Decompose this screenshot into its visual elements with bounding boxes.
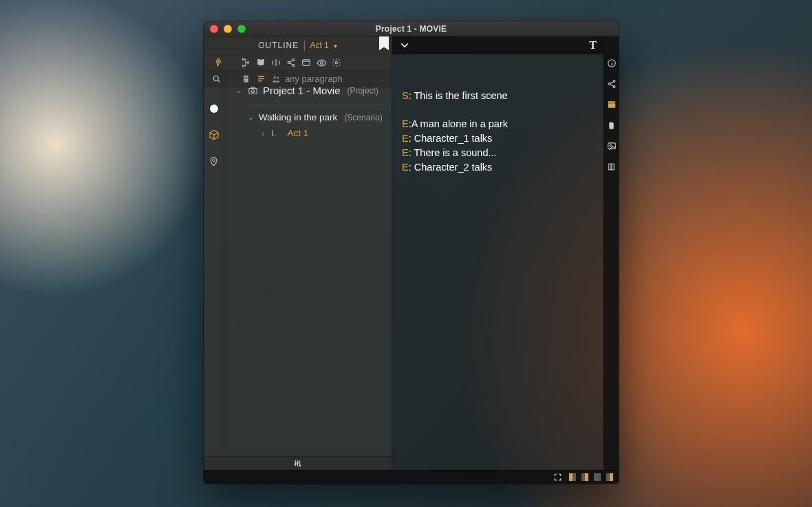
scenario-kind: (Scenario) <box>344 113 382 122</box>
project-title: Project 1 - Movie <box>263 85 341 96</box>
card-icon[interactable] <box>299 55 314 70</box>
window-title: Project 1 - MOVIE <box>204 24 619 34</box>
tree-act-row[interactable]: › I. Act 1 <box>228 125 387 141</box>
svg-point-5 <box>292 65 295 67</box>
chevron-down-icon[interactable]: ▾ <box>334 42 337 50</box>
outline-category-rail <box>204 71 224 456</box>
document-line[interactable]: E: Character_2 talks <box>402 160 594 175</box>
tree-project-row[interactable]: ⌄ Project 1 - Movie (Project) <box>228 82 387 99</box>
editor-pane: T S: This is the first sceneE:A man alon… <box>392 36 603 470</box>
outline-toolbar-1 <box>204 54 392 71</box>
chevron-down-icon[interactable] <box>399 40 410 51</box>
eye-icon[interactable] <box>314 55 329 70</box>
status-bar <box>204 470 619 484</box>
svg-point-14 <box>251 89 254 92</box>
line-prefix: E <box>402 118 409 129</box>
columns-toggle-2[interactable] <box>581 473 588 481</box>
line-prefix: E <box>402 133 409 144</box>
outline-header: OUTLINE | Act 1 ▾ <box>204 36 392 54</box>
document-line[interactable]: E: Character_1 talks <box>402 131 594 146</box>
editor-document[interactable]: S: This is the first sceneE:A man alone … <box>392 54 603 182</box>
book-icon[interactable] <box>253 55 268 70</box>
line-prefix: S <box>402 90 409 101</box>
outline-tree: ⌄ Project 1 - Movie (Project) ⌄ Walking … <box>224 71 392 456</box>
sliders-icon[interactable] <box>290 456 306 471</box>
svg-rect-6 <box>303 60 310 65</box>
svg-point-21 <box>613 86 615 88</box>
outline-active-section[interactable]: Act 1 <box>310 41 328 50</box>
inspector-rail <box>603 36 619 470</box>
svg-point-1 <box>242 65 244 67</box>
column-icon[interactable] <box>606 160 618 173</box>
line-prefix: E <box>402 147 409 158</box>
svg-rect-13 <box>248 88 256 94</box>
line-text: : Character_1 talks <box>409 133 493 144</box>
camera-icon <box>246 85 259 96</box>
svg-rect-24 <box>609 164 611 170</box>
svg-point-2 <box>247 62 248 63</box>
svg-rect-25 <box>612 164 614 170</box>
act-numeral: I. <box>271 128 277 138</box>
page-icon[interactable] <box>606 119 618 131</box>
document-line[interactable]: E: There is a sound... <box>402 146 594 160</box>
svg-point-8 <box>335 61 338 64</box>
document-line[interactable]: E:A man alone in a park <box>402 117 594 131</box>
columns-toggle-1[interactable] <box>569 473 576 481</box>
outline-footer <box>204 456 392 470</box>
line-text: : This is the first scene <box>409 90 508 101</box>
line-text: : Character_2 talks <box>409 162 493 173</box>
line-prefix: E <box>402 162 409 173</box>
svg-point-12 <box>213 159 215 161</box>
chevron-right-icon[interactable]: › <box>259 129 267 138</box>
window-close-button[interactable] <box>210 25 218 33</box>
clapperboard-icon[interactable] <box>606 98 618 111</box>
chevron-down-icon[interactable]: ⌄ <box>234 86 242 95</box>
outline-title: OUTLINE <box>258 41 299 50</box>
columns-toggle-4[interactable] <box>606 473 613 481</box>
editor-header: T <box>392 36 603 54</box>
line-text: :A man alone in a park <box>409 118 508 129</box>
act-title: Act 1 <box>288 128 309 138</box>
chevron-down-icon[interactable]: ⌄ <box>246 113 255 122</box>
tree-scenario-row[interactable]: ⌄ Walking in the park (Scenario) <box>228 109 387 125</box>
svg-point-15 <box>295 464 296 465</box>
text-tool-icon[interactable]: T <box>589 39 597 52</box>
window-minimize-button[interactable] <box>224 25 232 33</box>
titlebar[interactable]: Project 1 - MOVIE <box>204 21 619 36</box>
svg-point-17 <box>299 465 301 466</box>
cube-icon[interactable] <box>208 129 220 141</box>
line-text: : There is a sound... <box>409 147 497 158</box>
svg-point-16 <box>297 462 299 463</box>
svg-point-3 <box>292 58 295 61</box>
fullscreen-icon[interactable] <box>553 473 562 482</box>
svg-point-23 <box>610 144 611 146</box>
svg-point-19 <box>613 80 615 82</box>
document-line[interactable]: S: This is the first scene <box>402 89 594 103</box>
app-window: Project 1 - MOVIE OUTLINE | Act 1 ▾ <box>204 21 619 484</box>
outline-pane: OUTLINE | Act 1 ▾ <box>204 36 392 470</box>
svg-point-0 <box>242 58 244 60</box>
split-icon[interactable] <box>268 55 284 70</box>
share-icon[interactable] <box>606 78 618 90</box>
marker-dot-icon[interactable] <box>208 103 220 115</box>
bookmark-icon[interactable] <box>379 36 389 50</box>
gear-icon[interactable] <box>329 55 344 70</box>
hierarchy-icon[interactable] <box>238 55 253 70</box>
info-icon[interactable] <box>606 57 618 69</box>
project-kind: (Project) <box>348 86 378 96</box>
svg-point-7 <box>320 61 323 64</box>
columns-toggle-3[interactable] <box>594 473 601 481</box>
run-icon[interactable] <box>209 55 224 70</box>
scenario-title: Walking in the park <box>259 112 337 122</box>
window-zoom-button[interactable] <box>237 25 246 33</box>
image-icon[interactable] <box>606 140 618 152</box>
pin-icon[interactable] <box>208 155 220 167</box>
share-icon[interactable] <box>284 55 299 70</box>
